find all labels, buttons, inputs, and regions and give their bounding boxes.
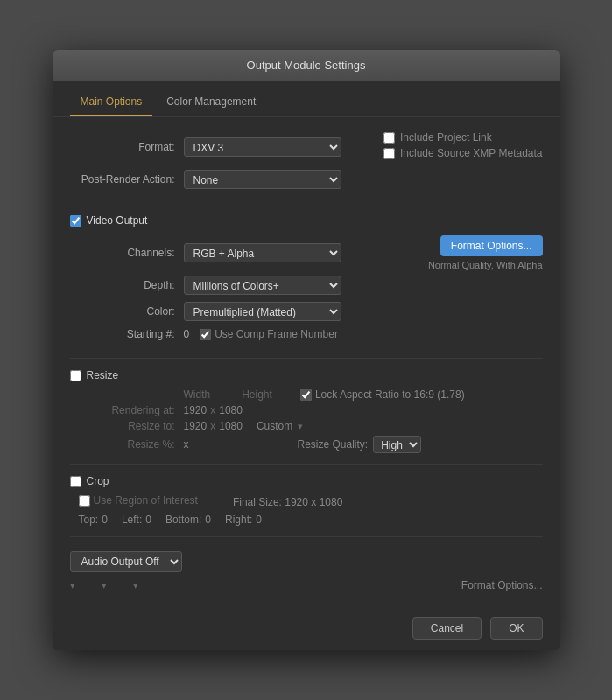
depth-label: Depth: <box>70 279 184 291</box>
resize-quality-label: Resize Quality: <box>298 438 369 451</box>
include-xmp-label: Include Source XMP Metadata <box>400 147 543 159</box>
post-render-select[interactable]: None <box>184 170 341 189</box>
include-xmp-row: Include Source XMP Metadata <box>383 147 543 159</box>
channels-row: Channels: RGB + Alpha Format Options... … <box>70 235 543 270</box>
video-output-header: Video Output <box>70 214 543 227</box>
crop-left-field: Left: 0 <box>122 514 151 526</box>
crop-top-value: 0 <box>102 514 108 526</box>
crop-top-label: Top: <box>79 514 99 526</box>
final-size-label: Final Size: 1920 x 1080 <box>233 496 342 508</box>
resize-to-values: 1920 x 1080 Custom ▾ <box>184 420 304 432</box>
crop-bottom-field: Bottom: 0 <box>165 514 211 526</box>
include-project-link-checkbox[interactable] <box>383 132 395 144</box>
lock-aspect-label: Lock Aspect Ratio to 16:9 (1.78) <box>315 388 465 401</box>
resize-pct-values: x Resize Quality: High <box>184 436 422 453</box>
lock-aspect-checkbox[interactable] <box>300 389 312 401</box>
crop-right-label: Right: <box>225 514 252 526</box>
crop-left-value: 0 <box>145 514 151 526</box>
video-output-checkbox[interactable] <box>70 215 81 227</box>
format-select[interactable]: DXV 3 <box>184 137 341 157</box>
post-render-row: Post-Render Action: None <box>70 170 543 189</box>
crop-header: Crop <box>70 475 543 487</box>
bottom-chevrons: ▾ ▾ ▾ <box>70 580 138 592</box>
crop-inner: Use Region of Interest Final Size: 1920 … <box>79 494 543 526</box>
title-bar: Output Module Settings <box>53 50 560 81</box>
depth-select[interactable]: Millions of Colors+ <box>184 276 341 295</box>
post-render-label: Post-Render Action: <box>70 173 184 186</box>
rendering-at-row: Rendering at: 1920 x 1080 <box>70 404 543 416</box>
crop-section: Crop Use Region of Interest Final Size: … <box>70 475 543 526</box>
audio-section: Audio Output Off <box>70 551 543 572</box>
crop-top-field: Top: 0 <box>79 514 108 526</box>
crop-right-value: 0 <box>256 514 262 526</box>
format-label: Format: <box>70 141 184 153</box>
use-comp-frame-row: Use Comp Frame Number <box>200 328 338 340</box>
starting-hash-value: 0 <box>184 328 190 340</box>
video-output-label: Video Output <box>87 214 148 227</box>
format-options-button[interactable]: Format Options... <box>440 235 543 256</box>
rendering-height: 1080 <box>219 404 243 416</box>
resize-quality-row: Resize Quality: High <box>298 436 422 453</box>
main-content: Format: DXV 3 Include Project Link Inclu… <box>53 117 560 606</box>
format-row: Format: DXV 3 Include Project Link Inclu… <box>70 131 543 163</box>
tabs-container: Main Options Color Management <box>53 81 560 117</box>
color-label: Color: <box>70 305 184 318</box>
crop-bottom-label: Bottom: <box>165 514 201 526</box>
resize-pct-x-sep: x <box>184 438 189 451</box>
use-comp-frame-checkbox[interactable] <box>200 329 211 340</box>
custom-label: Custom <box>257 420 292 432</box>
width-header-label: Width <box>184 388 211 401</box>
include-project-link-label: Include Project Link <box>400 131 492 144</box>
use-roi-checkbox[interactable] <box>79 495 90 507</box>
resize-pct-label: Resize %: <box>70 438 184 451</box>
lock-aspect-row: Lock Aspect Ratio to 16:9 (1.78) <box>300 388 465 401</box>
resize-to-label: Resize to: <box>70 420 184 432</box>
tab-main-options[interactable]: Main Options <box>70 90 153 116</box>
crop-left-label: Left: <box>122 514 142 526</box>
starting-row: Starting #: 0 Use Comp Frame Number <box>70 328 543 340</box>
audio-output-select[interactable]: Audio Output Off <box>70 551 182 572</box>
include-project-link-row: Include Project Link <box>383 131 543 144</box>
resize-to-row: Resize to: 1920 x 1080 Custom ▾ <box>70 420 543 432</box>
crop-bottom-value: 0 <box>205 514 211 526</box>
rendering-width: 1920 <box>184 404 208 416</box>
custom-chevron-icon: ▾ <box>298 421 303 432</box>
channels-select[interactable]: RGB + Alpha <box>184 243 341 262</box>
chevron-2-icon: ▾ <box>102 580 107 592</box>
dialog-title: Output Module Settings <box>247 59 366 72</box>
color-row: Color: Premultiplied (Matted) <box>70 302 543 321</box>
resize-pct-row: Resize %: x Resize Quality: High <box>70 436 543 453</box>
tab-color-management[interactable]: Color Management <box>156 90 266 116</box>
resize-checkbox[interactable] <box>70 370 81 382</box>
rendering-at-values: 1920 x 1080 <box>184 404 243 416</box>
depth-row: Depth: Millions of Colors+ <box>70 276 543 295</box>
include-xmp-checkbox[interactable] <box>383 148 395 159</box>
use-roi-label: Use Region of Interest <box>94 494 198 507</box>
resize-header: Resize <box>70 369 543 382</box>
crop-values: Top: 0 Left: 0 Bottom: 0 Right: 0 <box>79 514 543 526</box>
channels-label: Channels: <box>70 247 184 259</box>
height-header-label: Height <box>242 388 272 401</box>
rendering-at-label: Rendering at: <box>70 404 184 416</box>
chevron-3-icon: ▾ <box>133 580 138 592</box>
color-select[interactable]: Premultiplied (Matted) <box>184 302 341 321</box>
use-comp-frame-label: Use Comp Frame Number <box>215 328 338 340</box>
crop-label: Crop <box>87 475 109 487</box>
resize-to-height: 1080 <box>219 420 243 432</box>
starting-hash-label: Starting #: <box>70 328 184 340</box>
ok-button[interactable]: OK <box>490 617 542 640</box>
dialog-footer: Cancel OK <box>53 606 560 650</box>
rendering-x-sep: x <box>210 404 215 416</box>
format-options-bottom-link[interactable]: Format Options... <box>461 579 543 592</box>
output-module-dialog: Output Module Settings Main Options Colo… <box>53 50 560 650</box>
quality-label: Normal Quality, With Alpha <box>428 260 543 270</box>
use-roi-row: Use Region of Interest <box>79 494 198 507</box>
cancel-button[interactable]: Cancel <box>412 617 482 640</box>
video-output-section: Video Output Channels: RGB + Alpha Forma… <box>70 211 543 347</box>
crop-right-field: Right: 0 <box>225 514 262 526</box>
bottom-format-row: ▾ ▾ ▾ Format Options... <box>70 579 543 592</box>
chevron-1-icon: ▾ <box>70 580 75 592</box>
resize-quality-select[interactable]: High <box>373 436 421 453</box>
resize-section: Resize Width Height Lock Aspect Ratio to… <box>70 369 543 453</box>
crop-checkbox[interactable] <box>70 476 81 487</box>
